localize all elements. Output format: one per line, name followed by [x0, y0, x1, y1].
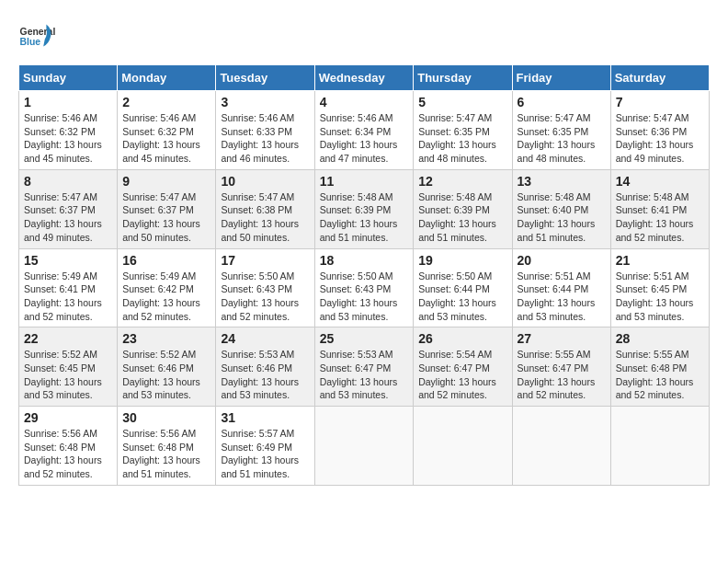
day-number: 27: [518, 331, 606, 346]
calendar-cell: 6 Sunrise: 5:47 AMSunset: 6:35 PMDayligh…: [512, 91, 610, 170]
day-info: Sunrise: 5:48 AMSunset: 6:39 PMDaylight:…: [418, 191, 496, 243]
day-number: 20: [518, 253, 606, 268]
day-info: Sunrise: 5:46 AMSunset: 6:33 PMDaylight:…: [221, 112, 299, 164]
day-info: Sunrise: 5:49 AMSunset: 6:42 PMDaylight:…: [122, 270, 200, 322]
calendar-cell: [512, 407, 610, 486]
calendar-cell: 13 Sunrise: 5:48 AMSunset: 6:40 PMDaylig…: [512, 169, 610, 248]
day-info: Sunrise: 5:51 AMSunset: 6:45 PMDaylight:…: [616, 270, 694, 322]
day-info: Sunrise: 5:55 AMSunset: 6:48 PMDaylight:…: [616, 349, 694, 400]
day-info: Sunrise: 5:56 AMSunset: 6:48 PMDaylight:…: [24, 428, 102, 479]
day-number: 15: [24, 253, 112, 268]
day-info: Sunrise: 5:51 AMSunset: 6:44 PMDaylight:…: [518, 270, 596, 322]
calendar-cell: 7 Sunrise: 5:47 AMSunset: 6:36 PMDayligh…: [610, 91, 709, 170]
calendar-cell: 23 Sunrise: 5:52 AMSunset: 6:46 PMDaylig…: [118, 327, 216, 407]
calendar-cell: 20 Sunrise: 5:51 AMSunset: 6:44 PMDaylig…: [512, 248, 610, 327]
day-number: 25: [320, 331, 409, 346]
day-info: Sunrise: 5:48 AMSunset: 6:40 PMDaylight:…: [518, 191, 596, 243]
day-number: 6: [518, 95, 606, 109]
day-number: 29: [24, 410, 112, 425]
day-info: Sunrise: 5:47 AMSunset: 6:35 PMDaylight:…: [418, 112, 496, 164]
day-number: 12: [418, 174, 506, 189]
day-info: Sunrise: 5:48 AMSunset: 6:39 PMDaylight:…: [320, 191, 398, 243]
calendar-cell: 14 Sunrise: 5:48 AMSunset: 6:41 PMDaylig…: [610, 169, 709, 248]
day-info: Sunrise: 5:57 AMSunset: 6:49 PMDaylight:…: [221, 428, 299, 479]
calendar-cell: 19 Sunrise: 5:50 AMSunset: 6:44 PMDaylig…: [414, 248, 512, 327]
day-info: Sunrise: 5:47 AMSunset: 6:35 PMDaylight:…: [518, 112, 596, 164]
calendar-cell: 8 Sunrise: 5:47 AMSunset: 6:37 PMDayligh…: [19, 169, 118, 248]
day-number: 8: [24, 174, 112, 189]
day-number: 17: [221, 253, 309, 268]
day-number: 10: [221, 174, 309, 189]
calendar-header-row: SundayMondayTuesdayWednesdayThursdayFrid…: [19, 65, 710, 91]
day-info: Sunrise: 5:46 AMSunset: 6:32 PMDaylight:…: [122, 112, 200, 164]
calendar-header-sunday: Sunday: [19, 65, 118, 91]
day-info: Sunrise: 5:52 AMSunset: 6:46 PMDaylight:…: [122, 349, 200, 400]
day-info: Sunrise: 5:47 AMSunset: 6:38 PMDaylight:…: [221, 191, 299, 243]
day-info: Sunrise: 5:47 AMSunset: 6:36 PMDaylight:…: [616, 112, 694, 164]
day-number: 30: [122, 410, 210, 425]
day-number: 24: [221, 331, 309, 346]
day-info: Sunrise: 5:47 AMSunset: 6:37 PMDaylight:…: [24, 191, 102, 243]
day-info: Sunrise: 5:46 AMSunset: 6:34 PMDaylight:…: [320, 112, 398, 164]
day-number: 1: [24, 95, 112, 109]
day-number: 31: [221, 410, 309, 425]
calendar-cell: 27 Sunrise: 5:55 AMSunset: 6:47 PMDaylig…: [512, 327, 610, 407]
day-number: 4: [320, 95, 409, 109]
calendar-cell: [414, 407, 512, 486]
day-number: 9: [122, 174, 210, 189]
calendar-cell: 4 Sunrise: 5:46 AMSunset: 6:34 PMDayligh…: [314, 91, 414, 170]
calendar-header-tuesday: Tuesday: [216, 65, 314, 91]
calendar-week-row: 22 Sunrise: 5:52 AMSunset: 6:45 PMDaylig…: [19, 327, 710, 407]
day-number: 19: [418, 253, 506, 268]
day-info: Sunrise: 5:46 AMSunset: 6:32 PMDaylight:…: [24, 112, 102, 164]
day-info: Sunrise: 5:50 AMSunset: 6:44 PMDaylight:…: [418, 270, 496, 322]
calendar-body: 1 Sunrise: 5:46 AMSunset: 6:32 PMDayligh…: [19, 91, 710, 486]
day-number: 14: [616, 174, 704, 189]
day-number: 21: [616, 253, 704, 268]
day-info: Sunrise: 5:49 AMSunset: 6:41 PMDaylight:…: [24, 270, 102, 322]
calendar-table: SundayMondayTuesdayWednesdayThursdayFrid…: [18, 64, 710, 486]
day-number: 28: [616, 331, 704, 346]
day-info: Sunrise: 5:52 AMSunset: 6:45 PMDaylight:…: [24, 349, 102, 400]
calendar-cell: 24 Sunrise: 5:53 AMSunset: 6:46 PMDaylig…: [216, 327, 314, 407]
day-number: 26: [418, 331, 506, 346]
calendar-cell: 11 Sunrise: 5:48 AMSunset: 6:39 PMDaylig…: [314, 169, 414, 248]
day-info: Sunrise: 5:48 AMSunset: 6:41 PMDaylight:…: [616, 191, 694, 243]
day-number: 3: [221, 95, 309, 109]
calendar-header-wednesday: Wednesday: [314, 65, 414, 91]
calendar-header-friday: Friday: [512, 65, 610, 91]
calendar-cell: 26 Sunrise: 5:54 AMSunset: 6:47 PMDaylig…: [414, 327, 512, 407]
calendar-cell: 30 Sunrise: 5:56 AMSunset: 6:48 PMDaylig…: [118, 407, 216, 486]
calendar-header-saturday: Saturday: [610, 65, 709, 91]
day-info: Sunrise: 5:56 AMSunset: 6:48 PMDaylight:…: [122, 428, 200, 479]
day-number: 13: [518, 174, 606, 189]
day-number: 2: [122, 95, 210, 109]
calendar-cell: 17 Sunrise: 5:50 AMSunset: 6:43 PMDaylig…: [216, 248, 314, 327]
calendar-cell: 31 Sunrise: 5:57 AMSunset: 6:49 PMDaylig…: [216, 407, 314, 486]
day-number: 18: [320, 253, 409, 268]
day-number: 22: [24, 331, 112, 346]
day-info: Sunrise: 5:47 AMSunset: 6:37 PMDaylight:…: [122, 191, 200, 243]
logo: General Blue: [18, 18, 59, 55]
day-info: Sunrise: 5:53 AMSunset: 6:47 PMDaylight:…: [320, 349, 398, 400]
calendar-week-row: 1 Sunrise: 5:46 AMSunset: 6:32 PMDayligh…: [19, 91, 710, 170]
day-info: Sunrise: 5:50 AMSunset: 6:43 PMDaylight:…: [221, 270, 299, 322]
svg-text:Blue: Blue: [20, 37, 41, 47]
day-number: 7: [616, 95, 704, 109]
calendar-week-row: 8 Sunrise: 5:47 AMSunset: 6:37 PMDayligh…: [19, 169, 710, 248]
calendar-cell: 9 Sunrise: 5:47 AMSunset: 6:37 PMDayligh…: [118, 169, 216, 248]
calendar-cell: [314, 407, 414, 486]
calendar-cell: 2 Sunrise: 5:46 AMSunset: 6:32 PMDayligh…: [118, 91, 216, 170]
calendar-cell: 1 Sunrise: 5:46 AMSunset: 6:32 PMDayligh…: [19, 91, 118, 170]
day-number: 23: [122, 331, 210, 346]
calendar-cell: 28 Sunrise: 5:55 AMSunset: 6:48 PMDaylig…: [610, 327, 709, 407]
day-number: 16: [122, 253, 210, 268]
calendar-cell: 18 Sunrise: 5:50 AMSunset: 6:43 PMDaylig…: [314, 248, 414, 327]
calendar-cell: 22 Sunrise: 5:52 AMSunset: 6:45 PMDaylig…: [19, 327, 118, 407]
calendar-cell: 15 Sunrise: 5:49 AMSunset: 6:41 PMDaylig…: [19, 248, 118, 327]
calendar-cell: 12 Sunrise: 5:48 AMSunset: 6:39 PMDaylig…: [414, 169, 512, 248]
calendar-header-thursday: Thursday: [414, 65, 512, 91]
calendar-header-monday: Monday: [118, 65, 216, 91]
day-info: Sunrise: 5:50 AMSunset: 6:43 PMDaylight:…: [320, 270, 398, 322]
day-info: Sunrise: 5:53 AMSunset: 6:46 PMDaylight:…: [221, 349, 299, 400]
